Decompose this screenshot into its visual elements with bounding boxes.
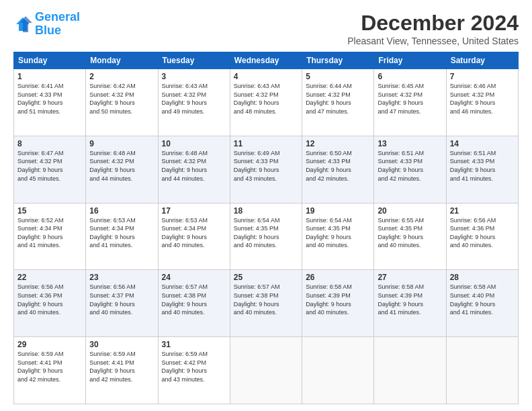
calendar-cell: 5Sunrise: 6:44 AM Sunset: 4:32 PM Daylig…: [302, 69, 374, 136]
calendar-cell: 6Sunrise: 6:45 AM Sunset: 4:32 PM Daylig…: [374, 69, 446, 136]
day-info: Sunrise: 6:49 AM Sunset: 4:33 PM Dayligh…: [234, 149, 298, 183]
day-number: 6: [378, 72, 442, 81]
calendar-row-1: 8Sunrise: 6:47 AM Sunset: 4:32 PM Daylig…: [14, 136, 519, 203]
calendar-header-friday: Friday: [374, 52, 446, 69]
calendar-cell: 1Sunrise: 6:41 AM Sunset: 4:33 PM Daylig…: [14, 69, 86, 136]
main-title: December 2024: [347, 11, 519, 36]
day-info: Sunrise: 6:59 AM Sunset: 4:41 PM Dayligh…: [17, 350, 82, 383]
calendar-cell: [230, 337, 302, 404]
day-number: 13: [378, 139, 442, 148]
day-number: 17: [162, 206, 226, 216]
subtitle: Pleasant View, Tennessee, United States: [347, 36, 519, 46]
calendar-row-2: 15Sunrise: 6:52 AM Sunset: 4:34 PM Dayli…: [14, 203, 519, 270]
calendar-header-saturday: Saturday: [446, 52, 518, 69]
day-info: Sunrise: 6:58 AM Sunset: 4:39 PM Dayligh…: [378, 283, 442, 316]
calendar-cell: 13Sunrise: 6:51 AM Sunset: 4:33 PM Dayli…: [374, 136, 446, 203]
calendar-cell: 20Sunrise: 6:55 AM Sunset: 4:35 PM Dayli…: [374, 203, 446, 270]
calendar-cell: 4Sunrise: 6:43 AM Sunset: 4:32 PM Daylig…: [230, 69, 302, 136]
day-info: Sunrise: 6:57 AM Sunset: 4:38 PM Dayligh…: [162, 283, 226, 316]
calendar-cell: 25Sunrise: 6:57 AM Sunset: 4:38 PM Dayli…: [230, 270, 302, 337]
day-number: 25: [234, 273, 298, 282]
day-info: Sunrise: 6:51 AM Sunset: 4:33 PM Dayligh…: [378, 149, 442, 183]
day-info: Sunrise: 6:53 AM Sunset: 4:34 PM Dayligh…: [89, 216, 154, 250]
day-info: Sunrise: 6:53 AM Sunset: 4:34 PM Dayligh…: [162, 216, 226, 250]
calendar-cell: 7Sunrise: 6:46 AM Sunset: 4:32 PM Daylig…: [446, 69, 518, 136]
calendar-cell: 12Sunrise: 6:50 AM Sunset: 4:33 PM Dayli…: [302, 136, 374, 203]
calendar-header-monday: Monday: [86, 52, 158, 69]
calendar-cell: [374, 337, 446, 404]
day-info: Sunrise: 6:54 AM Sunset: 4:35 PM Dayligh…: [306, 216, 370, 250]
calendar-cell: 9Sunrise: 6:48 AM Sunset: 4:32 PM Daylig…: [86, 136, 158, 203]
day-info: Sunrise: 6:59 AM Sunset: 4:42 PM Dayligh…: [162, 350, 226, 383]
day-info: Sunrise: 6:48 AM Sunset: 4:32 PM Dayligh…: [89, 149, 154, 183]
day-number: 31: [162, 340, 226, 349]
calendar-cell: 2Sunrise: 6:42 AM Sunset: 4:32 PM Daylig…: [86, 69, 158, 136]
day-number: 2: [89, 72, 154, 81]
day-info: Sunrise: 6:41 AM Sunset: 4:33 PM Dayligh…: [17, 82, 82, 116]
day-info: Sunrise: 6:47 AM Sunset: 4:32 PM Dayligh…: [17, 149, 82, 183]
calendar-cell: 15Sunrise: 6:52 AM Sunset: 4:34 PM Dayli…: [14, 203, 86, 270]
day-number: 12: [306, 139, 370, 148]
day-info: Sunrise: 6:43 AM Sunset: 4:32 PM Dayligh…: [162, 82, 226, 116]
day-number: 15: [17, 206, 82, 216]
calendar-header-tuesday: Tuesday: [158, 52, 230, 69]
calendar-cell: [302, 337, 374, 404]
calendar-cell: 22Sunrise: 6:56 AM Sunset: 4:36 PM Dayli…: [14, 270, 86, 337]
calendar-cell: 3Sunrise: 6:43 AM Sunset: 4:32 PM Daylig…: [158, 69, 230, 136]
day-info: Sunrise: 6:54 AM Sunset: 4:35 PM Dayligh…: [234, 216, 298, 250]
header: General Blue December 2024 Pleasant View…: [13, 11, 519, 46]
day-info: Sunrise: 6:48 AM Sunset: 4:32 PM Dayligh…: [162, 149, 226, 183]
calendar-cell: 28Sunrise: 6:58 AM Sunset: 4:40 PM Dayli…: [446, 270, 518, 337]
day-number: 22: [17, 273, 82, 282]
day-info: Sunrise: 6:56 AM Sunset: 4:36 PM Dayligh…: [17, 283, 82, 316]
day-info: Sunrise: 6:56 AM Sunset: 4:36 PM Dayligh…: [450, 216, 515, 250]
day-info: Sunrise: 6:51 AM Sunset: 4:33 PM Dayligh…: [450, 149, 515, 183]
logo-text: General Blue: [35, 11, 80, 38]
day-info: Sunrise: 6:58 AM Sunset: 4:39 PM Dayligh…: [306, 283, 370, 316]
day-number: 29: [17, 340, 82, 349]
calendar-row-3: 22Sunrise: 6:56 AM Sunset: 4:36 PM Dayli…: [14, 270, 519, 337]
calendar-cell: 16Sunrise: 6:53 AM Sunset: 4:34 PM Dayli…: [86, 203, 158, 270]
calendar-cell: 18Sunrise: 6:54 AM Sunset: 4:35 PM Dayli…: [230, 203, 302, 270]
day-number: 18: [234, 206, 298, 216]
day-info: Sunrise: 6:43 AM Sunset: 4:32 PM Dayligh…: [234, 82, 298, 116]
calendar-cell: 27Sunrise: 6:58 AM Sunset: 4:39 PM Dayli…: [374, 270, 446, 337]
calendar-row-4: 29Sunrise: 6:59 AM Sunset: 4:41 PM Dayli…: [14, 337, 519, 404]
calendar-header-row: SundayMondayTuesdayWednesdayThursdayFrid…: [14, 52, 519, 69]
day-number: 27: [378, 273, 442, 282]
day-number: 7: [450, 72, 515, 81]
logo-icon: [13, 15, 32, 34]
title-block: December 2024 Pleasant View, Tennessee, …: [347, 11, 519, 46]
day-number: 19: [306, 206, 370, 216]
calendar-cell: 8Sunrise: 6:47 AM Sunset: 4:32 PM Daylig…: [14, 136, 86, 203]
day-info: Sunrise: 6:55 AM Sunset: 4:35 PM Dayligh…: [378, 216, 442, 250]
day-number: 28: [450, 273, 515, 282]
logo-general: General: [35, 10, 80, 24]
day-number: 11: [234, 139, 298, 148]
day-info: Sunrise: 6:50 AM Sunset: 4:33 PM Dayligh…: [306, 149, 370, 183]
calendar-header-sunday: Sunday: [14, 52, 86, 69]
day-number: 24: [162, 273, 226, 282]
day-info: Sunrise: 6:56 AM Sunset: 4:37 PM Dayligh…: [89, 283, 154, 316]
calendar-header-wednesday: Wednesday: [230, 52, 302, 69]
calendar-cell: 23Sunrise: 6:56 AM Sunset: 4:37 PM Dayli…: [86, 270, 158, 337]
day-info: Sunrise: 6:52 AM Sunset: 4:34 PM Dayligh…: [17, 216, 82, 250]
day-number: 4: [234, 72, 298, 81]
day-info: Sunrise: 6:42 AM Sunset: 4:32 PM Dayligh…: [89, 82, 154, 116]
calendar-table: SundayMondayTuesdayWednesdayThursdayFrid…: [13, 52, 519, 404]
calendar-row-0: 1Sunrise: 6:41 AM Sunset: 4:33 PM Daylig…: [14, 69, 519, 136]
day-info: Sunrise: 6:57 AM Sunset: 4:38 PM Dayligh…: [234, 283, 298, 316]
day-number: 20: [378, 206, 442, 216]
calendar-header-thursday: Thursday: [302, 52, 374, 69]
day-info: Sunrise: 6:45 AM Sunset: 4:32 PM Dayligh…: [378, 82, 442, 116]
calendar-cell: 29Sunrise: 6:59 AM Sunset: 4:41 PM Dayli…: [14, 337, 86, 404]
day-number: 16: [89, 206, 154, 216]
day-number: 1: [17, 72, 82, 81]
day-number: 23: [89, 273, 154, 282]
calendar-cell: 21Sunrise: 6:56 AM Sunset: 4:36 PM Dayli…: [446, 203, 518, 270]
day-number: 26: [306, 273, 370, 282]
calendar-cell: 30Sunrise: 6:59 AM Sunset: 4:41 PM Dayli…: [86, 337, 158, 404]
day-number: 8: [17, 139, 82, 148]
calendar-cell: 31Sunrise: 6:59 AM Sunset: 4:42 PM Dayli…: [158, 337, 230, 404]
logo: General Blue: [13, 11, 80, 38]
